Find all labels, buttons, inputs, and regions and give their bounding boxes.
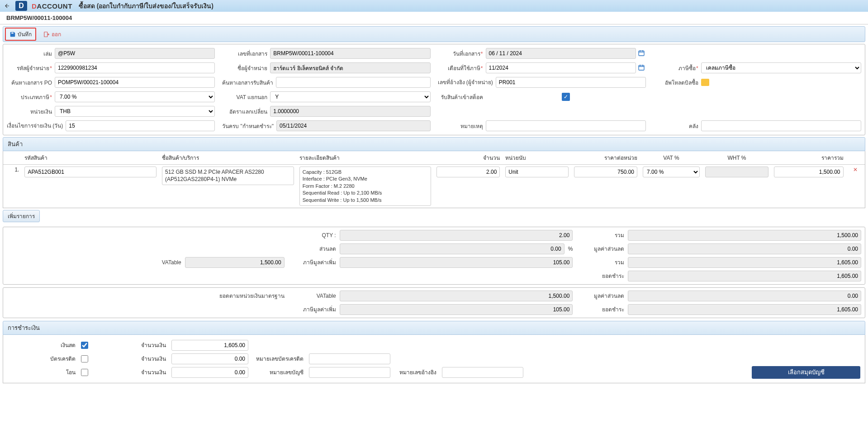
- card-note-input[interactable]: [309, 353, 390, 364]
- currency-select[interactable]: THB: [55, 106, 215, 117]
- vat-label: ภาษีมูลค่าเพิ่ม: [295, 258, 336, 267]
- docdate-input[interactable]: [486, 48, 636, 59]
- th-wht: WHT %: [702, 151, 771, 165]
- table-row: 1. 512 GB SSD M.2 PCIe APACER AS2280 (AP…: [3, 165, 865, 208]
- back-icon[interactable]: [4, 2, 11, 10]
- qty-value: [340, 230, 573, 241]
- transfer-checkbox[interactable]: [81, 369, 88, 376]
- row-detail-input[interactable]: Capacity : 512GB Interface : PCIe Gen3, …: [299, 167, 432, 206]
- vattype-label: ประเภทภาษี: [7, 93, 52, 101]
- row-price-input[interactable]: [574, 167, 637, 177]
- base-vat-value: [340, 304, 573, 315]
- sum-value: [628, 230, 861, 241]
- vendorname-input: [270, 62, 430, 73]
- svg-rect-2: [639, 65, 644, 70]
- book-label: เล่ม: [7, 49, 52, 58]
- app-logo-icon: D: [15, 1, 27, 11]
- currency-label: หน่วยเงิน: [7, 107, 52, 116]
- transfer-note-input[interactable]: [309, 367, 390, 378]
- taxmonth-input[interactable]: [486, 62, 636, 73]
- transfer-amount-input[interactable]: [171, 367, 248, 378]
- row-total-input[interactable]: [774, 167, 844, 177]
- base-totals-panel: ยอดตามหน่วยเงินมาตรฐาน VATable มูลค่าส่ว…: [3, 287, 865, 318]
- th-code: รหัสสินค้า: [22, 151, 159, 165]
- items-table: รหัสสินค้า ชื่อสินค้า/บริการ รายละเอียดส…: [3, 151, 865, 208]
- credit-input[interactable]: [66, 120, 215, 131]
- row-vat-select[interactable]: 7.00 %: [643, 167, 700, 177]
- pay-label: ยอดชำระ: [583, 272, 624, 280]
- vendorcode-input[interactable]: [55, 62, 215, 73]
- rate-label: อัตราแลกเปลี่ยน: [222, 107, 267, 116]
- delete-row-icon[interactable]: ✕: [846, 165, 865, 208]
- save-label: บันทึก: [18, 30, 32, 38]
- card-label: บัตรเครดิต: [8, 354, 76, 363]
- base-vat-label: ภาษีมูลค่าเพิ่ม: [295, 305, 336, 314]
- vat-value: [340, 257, 573, 268]
- docdate-label: วันที่เอกสาร: [438, 49, 483, 58]
- docno-label: เลขที่เอกสาร: [222, 49, 267, 58]
- discount-label: ส่วนลด: [295, 244, 336, 253]
- transfer-ref-input[interactable]: [442, 367, 523, 378]
- svg-rect-1: [639, 51, 644, 56]
- grand-label: รวม: [583, 258, 624, 267]
- row-qty-input[interactable]: [436, 167, 500, 177]
- cash-amount-input[interactable]: [171, 340, 248, 351]
- brand-label: DACCOUNT: [32, 2, 72, 10]
- card-amount-input[interactable]: [171, 353, 248, 364]
- exit-button[interactable]: ออก: [40, 29, 65, 40]
- stockin-label: รับสินค้าเข้าสต็อค: [438, 93, 483, 101]
- pay-value: [628, 271, 861, 281]
- card-checkbox[interactable]: [81, 355, 88, 362]
- exit-icon: [43, 31, 50, 38]
- payment-body: เงินสด จำนวนเงิน บัตรเครดิต จำนวนเงิน หม…: [3, 335, 865, 383]
- base-pay-value: [628, 304, 861, 315]
- cash-checkbox[interactable]: [81, 342, 88, 349]
- vendorname-label: ชื่อผู้จำหน่าย: [222, 64, 267, 72]
- th-detail: รายละเอียดสินค้า: [297, 151, 434, 165]
- row-code-input[interactable]: [24, 167, 157, 177]
- save-button[interactable]: บันทึก: [5, 28, 36, 41]
- select-account-button[interactable]: เลือกสมุดบัญชี: [752, 366, 860, 379]
- th-total: ราคารวม: [771, 151, 846, 165]
- folder-icon[interactable]: [701, 79, 709, 86]
- vendorcode-label: รหัสผู้จำหน่าย: [7, 64, 52, 72]
- row-no: 1.: [3, 165, 22, 208]
- row-unit-input[interactable]: [505, 167, 569, 177]
- add-row-button[interactable]: เพิ่มรายการ: [3, 210, 40, 222]
- transfer-label: โอน: [8, 368, 76, 377]
- th-unit: หน่วยนับ: [503, 151, 571, 165]
- base-vatable-value: [340, 291, 573, 301]
- payment-header: การชำระเงิน: [3, 321, 865, 335]
- calendar-icon[interactable]: [638, 64, 646, 72]
- base-label: ยอดตามหน่วยเงินมาตรฐาน: [7, 291, 285, 300]
- vatexcl-label: VAT แยกนอก: [222, 93, 267, 101]
- base-vatable-label: VATable: [295, 293, 336, 299]
- transfer-ref-label: หมายเลขอ้างอิง: [396, 368, 436, 377]
- th-price: ราคาต่อหน่วย: [571, 151, 640, 165]
- toolbar: บันทึก ออก: [3, 26, 865, 42]
- vatexcl-select[interactable]: Y: [270, 91, 430, 102]
- cash-label: เงินสด: [8, 341, 76, 349]
- calendar-icon[interactable]: [638, 49, 646, 57]
- grand-value: [628, 257, 861, 268]
- warehouse-input[interactable]: [701, 120, 861, 131]
- ref-input[interactable]: [496, 77, 646, 88]
- stockin-checkbox[interactable]: ✓: [562, 93, 570, 101]
- discount-value: [340, 243, 564, 254]
- vattype-select[interactable]: 7.00 %: [55, 91, 215, 102]
- items-header: สินค้า: [3, 137, 865, 151]
- buytax-label: ภาษีซื้อ: [653, 64, 698, 72]
- book-input: [55, 48, 215, 59]
- recv-input[interactable]: [276, 77, 430, 88]
- row-name-input[interactable]: 512 GB SSD M.2 PCIe APACER AS2280 (AP512…: [162, 167, 294, 185]
- recv-label: ค้นหาเอกสารรับสินค้า: [222, 78, 273, 87]
- buytax-select[interactable]: เคลมภาษีซื้อ: [701, 62, 861, 73]
- taxmonth-label: เดือนที่ใช้ภาษี: [438, 64, 483, 72]
- vatable-inline-label: VATable: [7, 259, 181, 266]
- th-name: ชื่อสินค้า/บริการ: [159, 151, 297, 165]
- th-vat: VAT %: [640, 151, 702, 165]
- note-input[interactable]: [486, 120, 646, 131]
- transfer-amount-label: จำนวนเงิน: [94, 368, 166, 377]
- po-input[interactable]: [55, 77, 215, 88]
- discount-amt-label: มูลค่าส่วนลด: [583, 244, 624, 253]
